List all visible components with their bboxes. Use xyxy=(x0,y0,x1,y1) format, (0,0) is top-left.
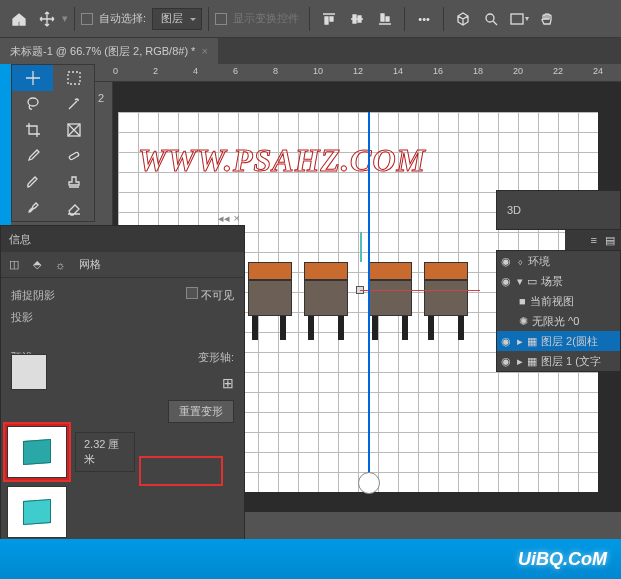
layer-row-view[interactable]: ■当前视图 xyxy=(497,291,620,311)
view-dd-icon[interactable]: ▾ xyxy=(506,6,532,32)
heal-tool[interactable] xyxy=(53,143,94,169)
eraser-tool[interactable] xyxy=(53,195,94,221)
invisible-checkbox[interactable] xyxy=(186,287,198,299)
close-icon[interactable]: × xyxy=(201,45,207,57)
mesh-icon: ▦ xyxy=(527,355,537,368)
3d-panel-tab[interactable]: 3D xyxy=(496,190,621,230)
mesh-label: 网格 xyxy=(79,257,101,272)
hand-icon[interactable] xyxy=(534,6,560,32)
material-mode-icon[interactable]: ⬘ xyxy=(33,258,41,271)
show-transform-checkbox[interactable] xyxy=(215,13,227,25)
svg-rect-2 xyxy=(68,72,80,84)
panel-header-icons: ≡ ▤ xyxy=(565,230,621,250)
eye-icon[interactable]: ◉ xyxy=(501,255,513,267)
horizontal-ruler: 0 2 4 6 8 10 12 14 16 18 20 22 24 xyxy=(95,64,621,82)
layer-row-text[interactable]: ◉▸▦图层 1 (文字 xyxy=(497,351,620,371)
svg-rect-1 xyxy=(511,14,523,24)
depth-value[interactable]: 2.32 厘米 xyxy=(75,432,135,472)
layer-row-env[interactable]: ◉⬨环境 xyxy=(497,251,620,271)
layer-dropdown[interactable]: 图层 xyxy=(152,8,202,30)
light-icon: ✺ xyxy=(519,315,528,328)
stamp-tool[interactable] xyxy=(53,169,94,195)
info-tab[interactable]: 信息 xyxy=(9,232,31,247)
brand-bar: UiBQ.CoM xyxy=(0,539,621,579)
brush-tool[interactable] xyxy=(12,169,53,195)
menu-icon[interactable]: ▤ xyxy=(605,234,615,247)
svg-point-0 xyxy=(486,14,494,22)
document-tab[interactable]: 未标题-1 @ 66.7% (图层 2, RGB/8#) * × xyxy=(0,38,218,64)
close-panel-icon[interactable]: × xyxy=(234,212,240,225)
frame-tool[interactable] xyxy=(53,117,94,143)
cast-shadow-label: 投影 xyxy=(11,310,33,325)
wand-tool[interactable] xyxy=(53,91,94,117)
eye-icon[interactable]: ◉ xyxy=(501,335,513,347)
material-thumb-2[interactable] xyxy=(7,486,67,538)
show-transform-label: 显示变换控件 xyxy=(233,11,299,26)
3d-mode-icon[interactable] xyxy=(450,6,476,32)
properties-panel: ◂◂ × 信息 ◫ ⬘ ☼ 网格 捕捉阴影 不可见 投影 预设:变形轴: ⊞ 重… xyxy=(0,225,245,565)
preset-thumb[interactable] xyxy=(11,354,47,390)
light-widget[interactable] xyxy=(358,472,380,494)
search-icon[interactable] xyxy=(478,6,504,32)
watermark-text: WWW.PSAHZ.COM xyxy=(138,142,426,179)
layer-row-scene[interactable]: ◉▾▭场景 xyxy=(497,271,620,291)
history-brush-tool[interactable] xyxy=(12,195,53,221)
align-mid-icon[interactable] xyxy=(344,6,370,32)
align-top-icon[interactable] xyxy=(316,6,342,32)
layer-row-light[interactable]: ✺无限光 ^0 xyxy=(497,311,620,331)
mesh-mode-icon[interactable]: ◫ xyxy=(9,258,19,271)
reset-deform-button[interactable]: 重置变形 xyxy=(168,400,234,423)
deform-label: 变形轴: xyxy=(198,350,234,365)
layers-panel: ◉⬨环境 ◉▾▭场景 ■当前视图 ✺无限光 ^0 ◉▸▦图层 2(圆柱 ◉▸▦图… xyxy=(496,250,621,372)
highlight-depth xyxy=(141,458,221,484)
marquee-tool[interactable] xyxy=(53,65,94,91)
move-icon[interactable] xyxy=(34,6,60,32)
mesh-icon: ▦ xyxy=(527,335,537,348)
light-mode-icon[interactable]: ☼ xyxy=(55,259,65,271)
eye-icon[interactable]: ◉ xyxy=(501,275,513,287)
crop-tool[interactable] xyxy=(12,117,53,143)
lasso-tool[interactable] xyxy=(12,91,53,117)
eyedrop-tool[interactable] xyxy=(12,143,53,169)
3d-objects[interactable] xyxy=(248,262,508,362)
move-tool[interactable] xyxy=(12,65,53,91)
home-icon[interactable] xyxy=(6,6,32,32)
eye-icon[interactable]: ◉ xyxy=(501,355,513,367)
highlight-thumb xyxy=(5,424,69,480)
axis-grid-icon[interactable]: ⊞ xyxy=(222,375,234,391)
document-title: 未标题-1 @ 66.7% (图层 2, RGB/8#) * xyxy=(10,44,195,59)
vertical-guide[interactable] xyxy=(368,112,370,492)
more-icon[interactable]: ••• xyxy=(411,6,437,32)
filter-icon[interactable]: ≡ xyxy=(591,234,597,246)
shadow-label: 捕捉阴影 xyxy=(11,288,55,303)
tool-panel xyxy=(11,64,95,222)
auto-select-label: 自动选择: xyxy=(99,11,146,26)
svg-rect-5 xyxy=(68,152,79,160)
layer-row-cylinder[interactable]: ◉▸▦图层 2(圆柱 xyxy=(497,331,620,351)
auto-select-checkbox[interactable] xyxy=(81,13,93,25)
brand-logo: UiBQ.CoM xyxy=(518,549,607,570)
collapse-icon[interactable]: ◂◂ xyxy=(218,212,230,225)
depth-field-cell: 2.32 厘米 xyxy=(75,426,135,478)
align-bot-icon[interactable] xyxy=(372,6,398,32)
